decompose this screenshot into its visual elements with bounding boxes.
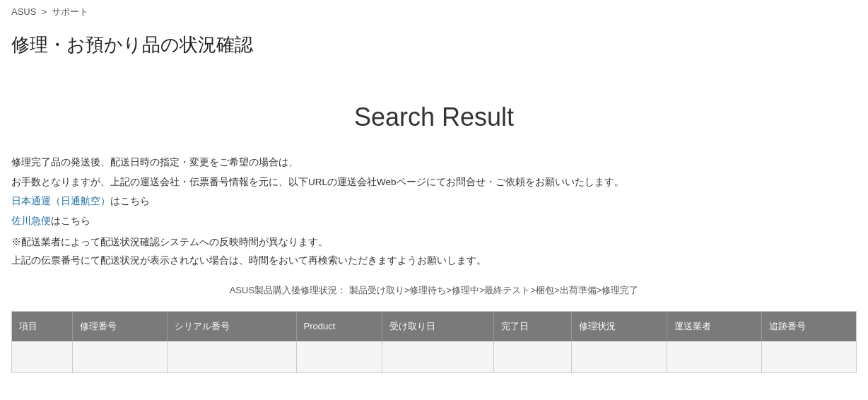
page-title: 修理・お預かり品の状況確認 xyxy=(0,24,868,74)
breadcrumb-support: サポート xyxy=(52,6,88,17)
sagawa-link[interactable]: 佐川急便 xyxy=(11,216,51,226)
breadcrumb: ASUS > サポート xyxy=(0,0,868,24)
table-container: 項目 修理番号 シリアル番号 Product 受け取り日 完了日 修理状況 運送… xyxy=(11,311,857,373)
repair-table: 項目 修理番号 シリアル番号 Product 受け取り日 完了日 修理状況 運送… xyxy=(12,312,856,372)
breadcrumb-separator: > xyxy=(42,6,47,17)
cell-carrier xyxy=(667,341,761,372)
col-item: 項目 xyxy=(12,312,73,341)
nittsu-link[interactable]: 日本通運（日通航空） xyxy=(11,196,110,206)
table-row xyxy=(12,341,856,372)
col-carrier: 運送業者 xyxy=(667,312,761,341)
col-repair-number: 修理番号 xyxy=(73,312,168,341)
status-flow: ASUS製品購入後修理状況： 製品受け取り>修理待ち>修理中>最終テスト>梱包>… xyxy=(11,284,857,297)
col-tracking: 追跡番号 xyxy=(762,312,857,341)
note1: ※配送業者によって配送状況確認システムへの反映時間が異なります。 xyxy=(11,236,857,249)
col-serial: シリアル番号 xyxy=(168,312,296,341)
cell-item xyxy=(12,341,73,372)
cell-serial xyxy=(168,341,296,372)
cell-repair-number xyxy=(73,341,168,372)
cell-complete-date xyxy=(493,341,571,372)
cell-tracking xyxy=(762,341,857,372)
note2: 上記の伝票番号にて配送状況が表示されない場合は、時間をおいて再検索いただきますよ… xyxy=(11,254,857,267)
col-status: 修理状況 xyxy=(572,312,667,341)
sagawa-link-suffix: はこちら xyxy=(51,216,90,226)
info-line2: お手数となりますが、上記の運送会社・伝票番号情報を元に、以下URLの運送会社We… xyxy=(11,173,857,192)
cell-product xyxy=(296,341,382,372)
cell-status xyxy=(572,341,667,372)
info-line1: 修理完了品の発送後、配送日時の指定・変更をご希望の場合は、 xyxy=(11,153,857,172)
col-receive-date: 受け取り日 xyxy=(382,312,493,341)
table-header-row: 項目 修理番号 シリアル番号 Product 受け取り日 完了日 修理状況 運送… xyxy=(12,312,856,341)
col-product: Product xyxy=(296,312,382,341)
nittsu-link-suffix: はこちら xyxy=(110,196,150,206)
cell-receive-date xyxy=(382,341,493,372)
col-complete-date: 完了日 xyxy=(493,312,571,341)
search-result-heading: Search Result xyxy=(11,102,857,132)
breadcrumb-asus: ASUS xyxy=(11,6,36,17)
